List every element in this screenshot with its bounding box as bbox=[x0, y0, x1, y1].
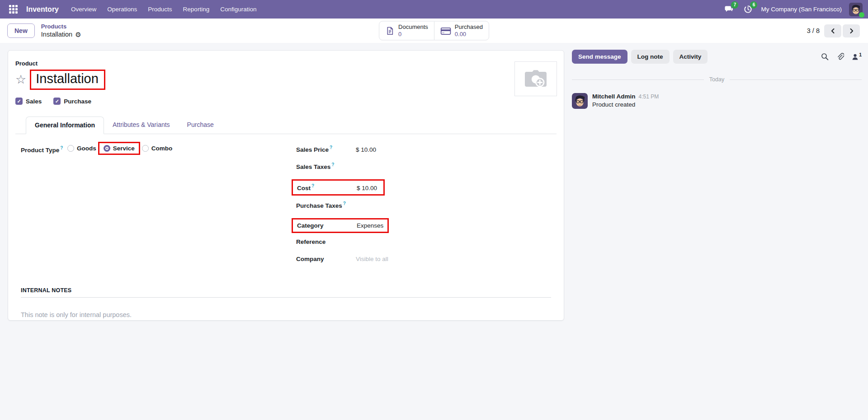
messages-badge: 7 bbox=[731, 1, 738, 9]
pager: 3 / 8 bbox=[807, 24, 860, 37]
internal-notes-section: INTERNAL NOTES This note is only for int… bbox=[15, 287, 557, 318]
menu-overview[interactable]: Overview bbox=[67, 3, 100, 15]
sales-price-value[interactable]: $ 10.00 bbox=[356, 146, 376, 153]
favorite-star-icon[interactable]: ☆ bbox=[15, 74, 26, 86]
attachment-icon[interactable] bbox=[836, 53, 844, 61]
app-name[interactable]: Inventory bbox=[24, 5, 61, 14]
documents-count: 0 bbox=[398, 31, 428, 38]
documents-label: Documents bbox=[398, 23, 428, 31]
message-time: 4:51 PM bbox=[639, 93, 659, 100]
menu-configuration[interactable]: Configuration bbox=[216, 3, 260, 15]
help-icon[interactable]: ? bbox=[330, 145, 332, 150]
today-divider: Today bbox=[572, 76, 862, 83]
credit-card-icon bbox=[440, 26, 451, 36]
highlight-box-service: Service bbox=[98, 142, 140, 155]
radio-icon bbox=[142, 145, 149, 152]
right-column: Sales Price? $ 10.00 Sales Taxes? Cost? … bbox=[287, 145, 557, 273]
systray: 7 6 My Company (San Francisco) bbox=[723, 3, 863, 16]
help-icon[interactable]: ? bbox=[311, 183, 314, 188]
check-icon: ✓ bbox=[53, 98, 61, 105]
radio-service-label: Service bbox=[113, 145, 135, 152]
followers-icon[interactable]: 1 bbox=[852, 53, 862, 61]
purchase-taxes-row: Purchase Taxes? bbox=[296, 201, 557, 210]
company-switcher[interactable]: My Company (San Francisco) bbox=[761, 6, 842, 13]
category-value[interactable]: Expenses bbox=[357, 222, 383, 229]
radio-selected-icon bbox=[104, 145, 110, 152]
message-author-avatar bbox=[572, 93, 588, 109]
main-menu: Overview Operations Products Reporting C… bbox=[67, 3, 260, 15]
pager-previous-button[interactable] bbox=[824, 24, 841, 37]
checkbox-row: ✓ Sales ✓ Purchase bbox=[15, 98, 557, 105]
sales-price-row: Sales Price? $ 10.00 bbox=[296, 145, 557, 154]
pager-next-button[interactable] bbox=[843, 24, 860, 37]
sales-taxes-row: Sales Taxes? bbox=[296, 162, 557, 172]
purchase-checkbox[interactable]: ✓ Purchase bbox=[53, 98, 91, 105]
camera-plus-icon bbox=[523, 68, 548, 90]
messages-icon[interactable]: 7 bbox=[723, 4, 735, 15]
radio-goods[interactable]: Goods bbox=[67, 145, 96, 152]
chevron-left-icon bbox=[830, 28, 836, 34]
online-status-dot bbox=[859, 12, 864, 18]
left-column: Product Type? Goods Service bbox=[15, 145, 287, 273]
menu-operations[interactable]: Operations bbox=[103, 3, 141, 15]
message-author: Mitchell Admin bbox=[592, 93, 636, 100]
product-field-label: Product bbox=[15, 60, 557, 67]
sales-price-label: Sales Price? bbox=[296, 145, 356, 153]
gear-icon[interactable]: ⚙ bbox=[75, 31, 81, 38]
purchased-stat-button[interactable]: Purchased 0.00 bbox=[434, 21, 489, 40]
radio-combo[interactable]: Combo bbox=[142, 145, 173, 152]
check-icon: ✓ bbox=[15, 98, 23, 105]
product-type-radio-group: Goods Service Combo bbox=[67, 145, 172, 152]
product-type-row: Product Type? Goods Service bbox=[21, 145, 287, 154]
radio-combo-label: Combo bbox=[151, 145, 173, 152]
chatter-panel: Send message Log note Activity bbox=[564, 43, 868, 109]
help-icon[interactable]: ? bbox=[60, 145, 63, 150]
tab-purchase[interactable]: Purchase bbox=[179, 117, 222, 134]
breadcrumb-parent-link[interactable]: Products bbox=[41, 23, 81, 30]
purchased-label: Purchased bbox=[455, 23, 483, 31]
product-title-input[interactable]: Installation bbox=[36, 71, 99, 86]
activities-icon[interactable]: 6 bbox=[742, 4, 754, 15]
cost-value[interactable]: $ 10.00 bbox=[357, 185, 377, 191]
tab-general-information[interactable]: General Information bbox=[26, 117, 104, 134]
purchase-taxes-label: Purchase Taxes? bbox=[296, 201, 356, 209]
cost-label: Cost? bbox=[297, 183, 357, 191]
sales-checkbox[interactable]: ✓ Sales bbox=[15, 98, 42, 105]
internal-notes-input[interactable]: This note is only for internal purposes. bbox=[21, 311, 551, 318]
product-image-upload[interactable] bbox=[514, 61, 557, 96]
company-value[interactable]: Visible to all bbox=[356, 256, 388, 262]
content-area: Product ☆ Installation ✓ Sales ✓ Purchas… bbox=[0, 43, 868, 420]
category-row-highlighted: Category Expenses bbox=[292, 218, 389, 233]
log-note-button[interactable]: Log note bbox=[631, 50, 670, 64]
send-message-button[interactable]: Send message bbox=[572, 50, 627, 64]
activity-button[interactable]: Activity bbox=[673, 50, 708, 64]
help-icon[interactable]: ? bbox=[331, 162, 334, 167]
reference-row: Reference bbox=[296, 238, 557, 248]
message-item: Mitchell Admin 4:51 PM Product created bbox=[572, 93, 862, 109]
radio-icon bbox=[67, 145, 74, 152]
menu-reporting[interactable]: Reporting bbox=[179, 3, 214, 15]
new-button[interactable]: New bbox=[7, 23, 35, 38]
radio-service[interactable]: Service bbox=[104, 145, 135, 152]
reference-label: Reference bbox=[296, 238, 356, 245]
field-grid: Product Type? Goods Service bbox=[15, 145, 557, 273]
user-avatar[interactable] bbox=[849, 3, 863, 16]
tab-attributes-variants[interactable]: Attributes & Variants bbox=[104, 117, 179, 134]
menu-products[interactable]: Products bbox=[144, 3, 176, 15]
apps-grid-icon bbox=[9, 5, 18, 14]
purchase-checkbox-label: Purchase bbox=[64, 98, 91, 105]
internal-notes-heading: INTERNAL NOTES bbox=[21, 287, 551, 298]
product-form-card: Product ☆ Installation ✓ Sales ✓ Purchas… bbox=[8, 50, 564, 321]
highlight-box-title: Installation bbox=[30, 70, 105, 90]
chevron-right-icon bbox=[849, 28, 854, 34]
message-body: Product created bbox=[592, 101, 659, 108]
search-messages-icon[interactable] bbox=[821, 53, 829, 61]
documents-stat-button[interactable]: Documents 0 bbox=[379, 21, 434, 40]
help-icon[interactable]: ? bbox=[343, 201, 346, 206]
title-row: ☆ Installation bbox=[15, 70, 557, 90]
cost-row-highlighted: Cost? $ 10.00 bbox=[292, 179, 385, 196]
control-panel: New Products Installation ⚙ Documents 0 bbox=[0, 19, 868, 43]
breadcrumb-current: Installation bbox=[41, 30, 72, 38]
breadcrumb: Products Installation ⚙ bbox=[41, 23, 81, 38]
apps-menu-button[interactable] bbox=[6, 3, 20, 16]
